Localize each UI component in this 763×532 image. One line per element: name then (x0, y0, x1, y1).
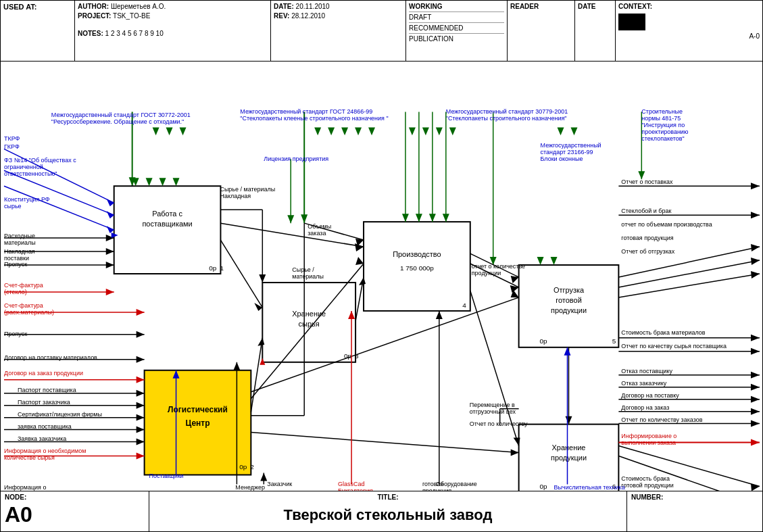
used-at-label: USED AT: (3, 3, 72, 11)
footer-number: NUMBER: (627, 491, 762, 531)
project-value: TSK_TO-BE (113, 12, 150, 20)
svg-text:Производство: Производство (393, 250, 441, 258)
reader-cell: READER (508, 1, 575, 61)
svg-text:"Стеклопакеты клееные строител: "Стеклопакеты клееные строительного назн… (240, 115, 388, 122)
svg-text:Стеклобой и брак: Стеклобой и брак (621, 208, 671, 214)
status-cell: WORKING DRAFT RECOMMENDED PUBLICATION (406, 1, 508, 61)
title-value: Тверской стекольный завод (153, 506, 622, 524)
svg-text:Менеджер: Менеджер (235, 484, 265, 491)
svg-text:материалы: материалы (292, 273, 324, 280)
svg-text:Пропуск: Пропуск (4, 331, 27, 337)
svg-text:Стоимость брака: Стоимость брака (621, 475, 670, 482)
svg-text:4: 4 (462, 301, 466, 309)
header-row: USED AT: AUTHOR: Шереметьев А.О. PROJECT… (1, 1, 762, 62)
svg-text:Работа с: Работа с (152, 210, 182, 218)
notes-label: NOTES: (78, 30, 103, 37)
svg-text:"Ресурсосбережение. Обращение : "Ресурсосбережение. Обращение с отходами… (51, 118, 184, 125)
used-at-cell: USED AT: (1, 1, 75, 61)
svg-text:Отчет об отгрузках: Отчет об отгрузках (621, 248, 674, 255)
title-label: TITLE: (153, 493, 622, 501)
main-container: USED AT: AUTHOR: Шереметьев А.О. PROJECT… (0, 0, 763, 532)
svg-text:Отчет о поставках: Отчет о поставках (621, 178, 673, 185)
svg-text:отчет о количестве: отчет о количестве (472, 263, 525, 270)
svg-text:Бухгалтерия: Бухгалтерия (338, 487, 373, 491)
recommended-status: RECOMMENDED (409, 24, 504, 34)
notes-line: NOTES: 1 2 3 4 5 6 7 8 9 10 (78, 30, 268, 37)
date2-cell: DATE (575, 1, 616, 61)
svg-text:0р: 0р (539, 337, 547, 345)
date-value: 20.11.2010 (296, 3, 330, 10)
svg-text:3: 3 (355, 352, 359, 360)
svg-text:0р: 0р (209, 264, 217, 272)
context-label: CONTEXT: (618, 3, 760, 10)
rev-line: REV: 28.12.2010 (274, 12, 403, 20)
svg-text:материалы: материалы (4, 239, 36, 246)
svg-text:0р: 0р (239, 463, 247, 470)
svg-text:Паспорт заказчика: Паспорт заказчика (18, 399, 70, 406)
svg-text:стеклопакетов": стеклопакетов" (641, 135, 684, 142)
svg-text:готовой: готовой (556, 296, 582, 304)
svg-text:Накладная: Накладная (220, 193, 251, 199)
svg-text:Отчет по количеству заказов: Отчет по количеству заказов (621, 416, 702, 423)
author-line: AUTHOR: Шереметьев А.О. (78, 3, 268, 10)
svg-text:Счет-фактура: Счет-фактура (4, 302, 43, 309)
node-label: NODE: (5, 493, 145, 501)
svg-text:нормы 481-75: нормы 481-75 (641, 115, 681, 122)
svg-text:проектированию: проектированию (641, 128, 689, 135)
svg-rect-21 (114, 186, 221, 274)
svg-text:Отказ поставщику: Отказ поставщику (621, 368, 672, 374)
svg-text:Межгосударственный: Межгосударственный (541, 142, 601, 149)
svg-text:ограниченной: ограниченной (4, 164, 43, 170)
context-cell: CONTEXT: A-0 (616, 1, 762, 61)
rev-value: 28.12.2010 (291, 12, 325, 20)
svg-text:стандарт 23166-99: стандарт 23166-99 (541, 149, 593, 155)
svg-text:Конституция РФ: Конституция РФ (4, 196, 50, 203)
svg-text:отчет по объемам производства: отчет по объемам производства (621, 221, 712, 228)
svg-text:1 750 000р: 1 750 000р (400, 264, 434, 272)
svg-text:Пропуск: Пропуск (4, 261, 27, 268)
svg-text:Логистический: Логистический (168, 405, 228, 414)
date3-label: DATE (578, 3, 595, 10)
svg-text:Договор на заказ: Договор на заказ (621, 404, 669, 411)
svg-text:продукции: продукции (472, 270, 501, 276)
author-value: Шереметьев А.О. (111, 3, 166, 10)
svg-text:Информация о: Информация о (4, 484, 46, 491)
author-label: AUTHOR: (78, 3, 109, 10)
svg-text:"Стеклопакеты строительного на: "Стеклопакеты строительного назначения" (446, 115, 567, 122)
svg-text:Лицензия предприятия: Лицензия предприятия (264, 155, 328, 162)
svg-text:Межгосударственный стандарт 30: Межгосударственный стандарт 30779-2001 (446, 108, 568, 115)
rev-label: REV: (274, 12, 289, 20)
footer: NODE: A0 TITLE: Тверской стекольный заво… (1, 491, 762, 531)
svg-text:готовой продукции: готовой продукции (621, 482, 673, 489)
date-label: DATE: (274, 3, 294, 10)
publication-status: PUBLICATION (409, 35, 504, 43)
svg-text:поставщиками: поставщиками (142, 220, 192, 228)
svg-text:сырье: сырье (4, 203, 22, 210)
svg-text:Отгрузка: Отгрузка (553, 286, 585, 294)
context-black-box (618, 14, 645, 30)
svg-text:Межгосударственный стандарт ГО: Межгосударственный стандарт ГОСТ 24866-9… (240, 108, 372, 115)
diagram-svg: Работа с поставщиками 0р 1 Логистический… (1, 62, 762, 491)
svg-text:Заявка заказчика: Заявка заказчика (18, 435, 66, 442)
svg-text:ТКРФ: ТКРФ (4, 135, 20, 142)
svg-text:ГКРФ: ГКРФ (4, 143, 20, 150)
svg-text:отгрузочный цех: отгрузочный цех (470, 408, 516, 415)
svg-text:Объемы: Объемы (307, 223, 331, 230)
svg-text:заявка поставщика: заявка поставщика (18, 423, 72, 430)
svg-text:Центр: Центр (186, 418, 210, 428)
svg-text:Сертификат/лицензия фирмы: Сертификат/лицензия фирмы (18, 411, 102, 418)
date-line: DATE: 20.11.2010 (274, 3, 403, 10)
svg-text:2: 2 (250, 463, 254, 470)
svg-text:0р: 0р (539, 483, 547, 490)
project-label: PROJECT: (78, 12, 111, 20)
a0-label: A-0 (618, 32, 760, 40)
working-status: WORKING (409, 3, 504, 12)
svg-text:Отчет по количеству: Отчет по количеству (470, 420, 528, 427)
svg-text:Перемещение в: Перемещение в (470, 402, 515, 408)
svg-text:GlassCad: GlassCad (338, 481, 364, 487)
svg-text:ФЗ №14 "Об обществах с: ФЗ №14 "Об обществах с (4, 157, 76, 164)
number-label: NUMBER: (631, 493, 758, 501)
svg-text:количестве сырья: количестве сырья (4, 454, 55, 461)
footer-title: TITLE: Тверской стекольный завод (149, 491, 627, 531)
svg-text:Договор на поставку: Договор на поставку (621, 392, 679, 399)
